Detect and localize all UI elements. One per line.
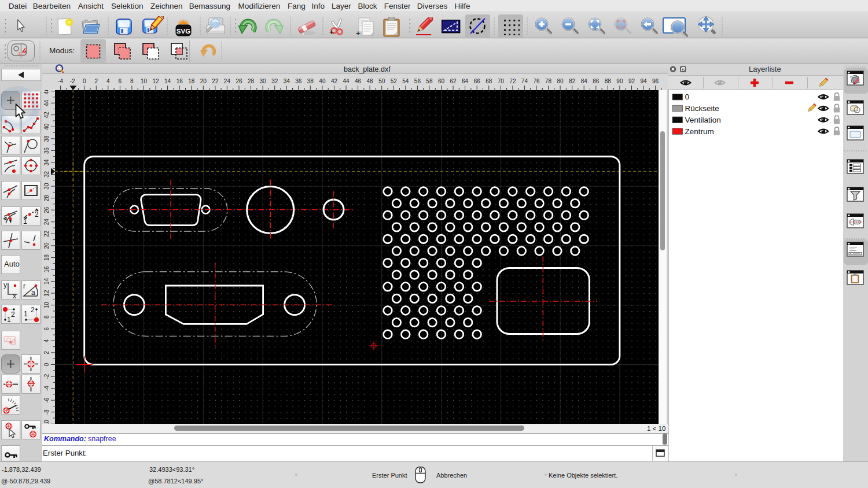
svg-text:54: 54 [402,78,409,84]
svg-text:28: 28 [43,195,50,202]
svg-text:38: 38 [307,78,314,84]
svg-text:22: 22 [212,78,219,84]
svg-text:34: 34 [43,159,50,166]
svg-text:0: 0 [43,363,50,366]
svg-text:42: 42 [43,112,50,119]
svg-text:48: 48 [367,78,374,84]
svg-text:32: 32 [43,171,50,178]
svg-text:18: 18 [43,254,50,261]
svg-text:30: 30 [260,78,267,84]
svg-text:40: 40 [319,78,326,84]
svg-text:76: 76 [533,78,540,84]
svg-text:6: 6 [119,78,122,84]
svg-text:24: 24 [43,219,50,225]
svg-text:62: 62 [450,78,457,84]
svg-text:-6: -6 [43,397,50,402]
svg-text:82: 82 [569,78,576,84]
svg-text:-4: -4 [58,78,63,84]
svg-text:2: 2 [31,306,35,314]
svg-text:-8: -8 [43,409,50,415]
svg-text:22: 22 [43,230,50,237]
svg-text:70: 70 [498,78,505,84]
svg-text:0: 0 [83,78,86,84]
svg-text:36: 36 [295,78,302,84]
svg-text:96: 96 [652,78,659,84]
svg-text:20: 20 [200,78,207,84]
svg-text:14: 14 [43,278,50,285]
svg-text:46: 46 [43,90,50,94]
svg-text:20: 20 [43,242,50,249]
svg-text:a: a [31,289,35,297]
svg-text:-4: -4 [43,386,50,391]
svg-text:24: 24 [224,78,231,84]
svg-text:94: 94 [640,78,647,84]
svg-text:60: 60 [438,78,445,84]
svg-text:-2: -2 [70,78,75,84]
svg-text:92: 92 [628,78,635,84]
svg-text:1: 1 [23,217,27,225]
svg-text:12: 12 [43,290,50,297]
svg-text:64: 64 [462,78,469,84]
svg-text:r: r [23,282,25,290]
svg-text:18: 18 [188,78,195,84]
svg-text:74: 74 [521,78,528,84]
svg-text:x: x [13,292,16,300]
svg-text:-10: -10 [43,420,50,424]
svg-text:2: 2 [11,310,15,319]
svg-text:14: 14 [164,78,171,84]
svg-text:40: 40 [43,123,50,130]
svg-text:2: 2 [35,210,39,219]
svg-text:Ventilation: Ventilation [685,115,721,124]
svg-text:78: 78 [545,78,552,84]
svg-text:2: 2 [95,78,98,84]
svg-text:34: 34 [284,78,290,84]
svg-text:58: 58 [426,78,433,84]
svg-text:0: 0 [685,93,690,101]
svg-text:+: + [329,28,334,36]
svg-text:32: 32 [271,78,278,84]
svg-text:10: 10 [43,302,50,309]
svg-text:1: 1 [7,316,11,324]
svg-text:12: 12 [153,78,160,84]
svg-text:26: 26 [236,78,242,84]
svg-text:44: 44 [43,99,50,106]
svg-text:68: 68 [486,78,492,84]
svg-text:72: 72 [509,78,516,84]
svg-text:Rückseite: Rückseite [685,104,719,113]
svg-text:SVG: SVG [176,28,190,35]
svg-text:16: 16 [176,78,183,84]
svg-text:42: 42 [331,78,338,84]
svg-text:-2: -2 [43,374,50,379]
svg-text:52: 52 [391,78,398,84]
svg-text:80: 80 [557,78,564,84]
svg-text:90: 90 [616,78,623,84]
svg-text:86: 86 [593,78,599,84]
svg-text:+: + [356,29,361,38]
svg-text:16: 16 [43,266,50,273]
svg-text:Zentrum: Zentrum [685,127,714,135]
svg-text:30: 30 [43,183,50,190]
svg-text:26: 26 [43,206,50,213]
svg-text:8: 8 [130,78,134,84]
svg-text:4: 4 [106,78,110,84]
svg-text:6: 6 [43,327,50,331]
svg-text:4: 4 [43,339,50,342]
svg-text:y: y [3,281,7,289]
svg-text:2: 2 [43,351,50,354]
svg-text:44: 44 [343,78,350,84]
svg-text:66: 66 [474,78,481,84]
svg-text:84: 84 [581,78,588,84]
svg-text:88: 88 [605,78,612,84]
svg-text:1: 1 [24,310,28,318]
svg-text:50: 50 [378,78,385,84]
svg-text:56: 56 [414,78,421,84]
svg-text:10: 10 [141,78,148,84]
svg-text:36: 36 [43,147,50,154]
svg-text:28: 28 [248,78,255,84]
svg-text:38: 38 [43,135,50,142]
svg-text:46: 46 [355,78,362,84]
svg-text:8: 8 [43,315,50,319]
